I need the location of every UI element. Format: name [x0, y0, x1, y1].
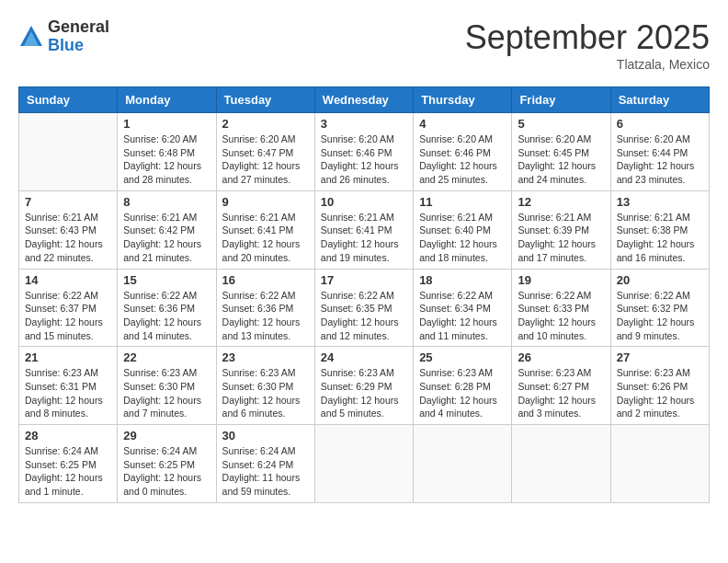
day-info: Sunrise: 6:24 AM Sunset: 6:24 PM Dayligh…	[222, 444, 309, 499]
page-header: General Blue September 2025 Tlatzala, Me…	[18, 18, 710, 72]
calendar-header: SundayMondayTuesdayWednesdayThursdayFrid…	[19, 87, 710, 113]
calendar-cell: 11Sunrise: 6:21 AM Sunset: 6:40 PM Dayli…	[414, 190, 512, 269]
weekday-header: Monday	[118, 87, 216, 113]
calendar-cell	[414, 425, 512, 503]
day-number: 2	[222, 117, 309, 131]
day-number: 6	[617, 117, 703, 131]
day-info: Sunrise: 6:22 AM Sunset: 6:34 PM Dayligh…	[419, 289, 506, 343]
day-info: Sunrise: 6:21 AM Sunset: 6:42 PM Dayligh…	[123, 211, 210, 265]
day-number: 10	[321, 195, 407, 209]
day-info: Sunrise: 6:21 AM Sunset: 6:38 PM Dayligh…	[617, 211, 703, 265]
calendar-cell: 14Sunrise: 6:22 AM Sunset: 6:37 PM Dayli…	[19, 269, 118, 347]
day-number: 1	[123, 117, 210, 131]
calendar-body: 1Sunrise: 6:20 AM Sunset: 6:48 PM Daylig…	[19, 113, 710, 503]
weekday-header: Sunday	[19, 87, 118, 113]
day-info: Sunrise: 6:20 AM Sunset: 6:46 PM Dayligh…	[419, 132, 506, 187]
day-number: 4	[419, 117, 506, 131]
day-number: 15	[123, 273, 210, 287]
day-number: 18	[419, 273, 506, 287]
weekday-header: Friday	[512, 87, 610, 113]
calendar-cell: 19Sunrise: 6:22 AM Sunset: 6:33 PM Dayli…	[512, 269, 610, 347]
logo-blue: Blue	[48, 37, 109, 55]
calendar-cell: 29Sunrise: 6:24 AM Sunset: 6:25 PM Dayli…	[118, 425, 216, 503]
day-info: Sunrise: 6:22 AM Sunset: 6:36 PM Dayligh…	[222, 289, 309, 343]
calendar-cell: 21Sunrise: 6:23 AM Sunset: 6:31 PM Dayli…	[19, 347, 118, 425]
calendar-week-row: 14Sunrise: 6:22 AM Sunset: 6:37 PM Dayli…	[19, 269, 710, 347]
day-number: 16	[222, 273, 309, 287]
day-number: 5	[518, 117, 604, 131]
calendar-cell: 6Sunrise: 6:20 AM Sunset: 6:44 PM Daylig…	[610, 113, 709, 191]
day-number: 25	[419, 350, 506, 364]
day-number: 21	[25, 350, 111, 364]
calendar-cell: 18Sunrise: 6:22 AM Sunset: 6:34 PM Dayli…	[414, 269, 512, 347]
day-number: 13	[617, 195, 703, 209]
calendar-week-row: 28Sunrise: 6:24 AM Sunset: 6:25 PM Dayli…	[19, 425, 710, 503]
calendar-cell: 16Sunrise: 6:22 AM Sunset: 6:36 PM Dayli…	[216, 269, 314, 347]
day-number: 3	[321, 117, 407, 131]
day-number: 28	[25, 429, 111, 442]
weekday-header: Wednesday	[314, 87, 413, 113]
day-number: 27	[617, 350, 703, 364]
calendar-week-row: 1Sunrise: 6:20 AM Sunset: 6:48 PM Daylig…	[19, 113, 710, 191]
day-info: Sunrise: 6:20 AM Sunset: 6:47 PM Dayligh…	[222, 132, 309, 187]
day-info: Sunrise: 6:23 AM Sunset: 6:30 PM Dayligh…	[222, 366, 309, 420]
calendar-cell: 15Sunrise: 6:22 AM Sunset: 6:36 PM Dayli…	[118, 269, 216, 347]
calendar-cell: 13Sunrise: 6:21 AM Sunset: 6:38 PM Dayli…	[610, 190, 709, 269]
day-number: 19	[518, 273, 604, 287]
calendar-cell: 25Sunrise: 6:23 AM Sunset: 6:28 PM Dayli…	[414, 347, 512, 425]
day-info: Sunrise: 6:23 AM Sunset: 6:28 PM Dayligh…	[419, 366, 506, 420]
logo-text: General Blue	[48, 18, 109, 55]
day-number: 20	[617, 273, 703, 287]
calendar-cell	[512, 425, 610, 503]
calendar-cell: 9Sunrise: 6:21 AM Sunset: 6:41 PM Daylig…	[216, 190, 314, 269]
calendar-week-row: 7Sunrise: 6:21 AM Sunset: 6:43 PM Daylig…	[19, 190, 710, 269]
day-info: Sunrise: 6:21 AM Sunset: 6:39 PM Dayligh…	[518, 211, 604, 265]
day-number: 29	[123, 429, 210, 442]
weekday-header: Thursday	[414, 87, 512, 113]
calendar-week-row: 21Sunrise: 6:23 AM Sunset: 6:31 PM Dayli…	[19, 347, 710, 425]
calendar-cell: 7Sunrise: 6:21 AM Sunset: 6:43 PM Daylig…	[19, 190, 118, 269]
day-info: Sunrise: 6:21 AM Sunset: 6:41 PM Dayligh…	[321, 211, 407, 265]
calendar-cell: 20Sunrise: 6:22 AM Sunset: 6:32 PM Dayli…	[610, 269, 709, 347]
title-block: September 2025 Tlatzala, Mexico	[465, 18, 710, 72]
day-info: Sunrise: 6:24 AM Sunset: 6:25 PM Dayligh…	[25, 444, 111, 499]
day-info: Sunrise: 6:21 AM Sunset: 6:40 PM Dayligh…	[419, 211, 506, 265]
day-number: 17	[321, 273, 407, 287]
day-info: Sunrise: 6:20 AM Sunset: 6:46 PM Dayligh…	[321, 132, 407, 187]
day-info: Sunrise: 6:22 AM Sunset: 6:33 PM Dayligh…	[518, 289, 604, 343]
calendar-cell: 22Sunrise: 6:23 AM Sunset: 6:30 PM Dayli…	[118, 347, 216, 425]
calendar: SundayMondayTuesdayWednesdayThursdayFrid…	[18, 86, 710, 503]
calendar-cell: 4Sunrise: 6:20 AM Sunset: 6:46 PM Daylig…	[414, 113, 512, 191]
calendar-cell: 8Sunrise: 6:21 AM Sunset: 6:42 PM Daylig…	[118, 190, 216, 269]
calendar-cell	[610, 425, 709, 503]
weekday-row: SundayMondayTuesdayWednesdayThursdayFrid…	[19, 87, 710, 113]
location: Tlatzala, Mexico	[465, 57, 710, 72]
day-info: Sunrise: 6:24 AM Sunset: 6:25 PM Dayligh…	[123, 444, 210, 499]
day-number: 23	[222, 350, 309, 364]
day-number: 30	[222, 429, 309, 442]
day-info: Sunrise: 6:23 AM Sunset: 6:27 PM Dayligh…	[518, 366, 604, 420]
day-number: 26	[518, 350, 604, 364]
calendar-cell: 17Sunrise: 6:22 AM Sunset: 6:35 PM Dayli…	[314, 269, 413, 347]
calendar-cell: 30Sunrise: 6:24 AM Sunset: 6:24 PM Dayli…	[216, 425, 314, 503]
day-info: Sunrise: 6:23 AM Sunset: 6:26 PM Dayligh…	[617, 366, 703, 420]
weekday-header: Tuesday	[216, 87, 314, 113]
day-number: 14	[25, 273, 111, 287]
day-number: 7	[25, 195, 111, 209]
day-info: Sunrise: 6:23 AM Sunset: 6:30 PM Dayligh…	[123, 366, 210, 420]
day-info: Sunrise: 6:20 AM Sunset: 6:44 PM Dayligh…	[617, 132, 703, 187]
calendar-cell: 27Sunrise: 6:23 AM Sunset: 6:26 PM Dayli…	[610, 347, 709, 425]
month-title: September 2025	[465, 18, 710, 57]
calendar-cell: 3Sunrise: 6:20 AM Sunset: 6:46 PM Daylig…	[314, 113, 413, 191]
day-info: Sunrise: 6:22 AM Sunset: 6:35 PM Dayligh…	[321, 289, 407, 343]
calendar-cell: 5Sunrise: 6:20 AM Sunset: 6:45 PM Daylig…	[512, 113, 610, 191]
day-info: Sunrise: 6:22 AM Sunset: 6:36 PM Dayligh…	[123, 289, 210, 343]
day-number: 24	[321, 350, 407, 364]
day-info: Sunrise: 6:23 AM Sunset: 6:29 PM Dayligh…	[321, 366, 407, 420]
calendar-cell: 2Sunrise: 6:20 AM Sunset: 6:47 PM Daylig…	[216, 113, 314, 191]
day-number: 12	[518, 195, 604, 209]
day-info: Sunrise: 6:23 AM Sunset: 6:31 PM Dayligh…	[25, 366, 111, 420]
logo-icon	[18, 24, 44, 50]
logo-general: General	[48, 18, 109, 37]
calendar-cell: 28Sunrise: 6:24 AM Sunset: 6:25 PM Dayli…	[19, 425, 118, 503]
